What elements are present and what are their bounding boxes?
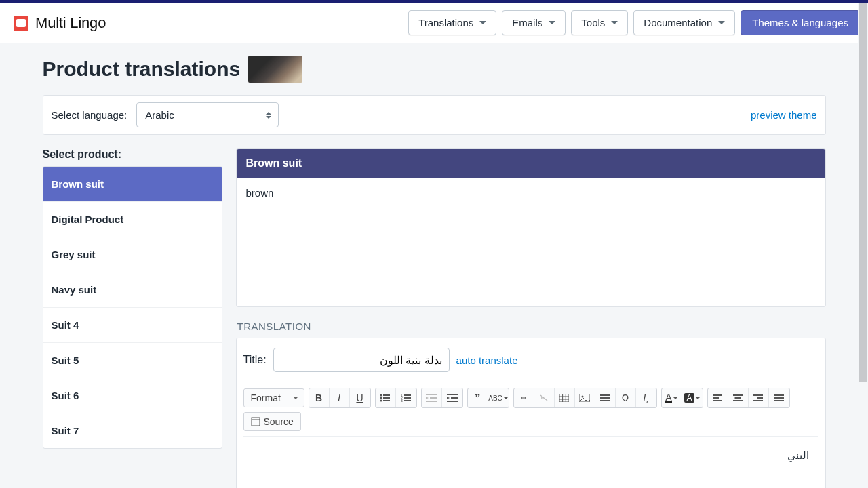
svg-rect-14 (430, 397, 437, 399)
toolbar-group-text-style: B I U (309, 388, 371, 408)
svg-point-2 (380, 397, 382, 399)
source-panel-title: Brown suit (237, 149, 825, 178)
bg-color-button[interactable]: A (682, 388, 703, 407)
svg-rect-43 (252, 418, 260, 426)
svg-rect-21 (559, 394, 569, 402)
horizontal-rule-button[interactable] (595, 388, 616, 407)
omega-icon: Ω (622, 392, 629, 403)
svg-rect-37 (753, 394, 763, 396)
nav-tools[interactable]: Tools (571, 10, 628, 35)
bullet-list-button[interactable] (376, 388, 396, 407)
product-item[interactable]: Suit 4 (43, 308, 222, 343)
product-item[interactable]: Suit 6 (43, 378, 222, 413)
page-title: Product translations (43, 58, 241, 81)
special-char-button[interactable]: Ω (616, 388, 636, 407)
chevron-down-icon (479, 21, 486, 24)
image-icon (579, 394, 590, 402)
nav-emails[interactable]: Emails (502, 10, 566, 35)
source-button-label: Source (264, 416, 294, 427)
toolbar-left: Select language: Arabic (52, 102, 279, 127)
language-select[interactable]: Arabic (136, 102, 279, 127)
underline-button[interactable]: U (350, 388, 370, 407)
page-container: Product translations Select language: Ar… (43, 43, 826, 488)
svg-rect-34 (733, 394, 743, 396)
svg-rect-18 (451, 397, 458, 399)
chevron-down-icon (549, 21, 555, 24)
link-button[interactable] (514, 388, 534, 407)
nav-emails-label: Emails (512, 17, 542, 28)
nav-documentation-label: Documentation (644, 17, 712, 28)
svg-rect-29 (600, 397, 610, 399)
text-color-button[interactable]: A (662, 388, 682, 407)
align-center-button[interactable] (728, 388, 749, 407)
text-color-icon: A (665, 393, 671, 403)
table-button[interactable] (555, 388, 575, 407)
auto-translate-link[interactable]: auto translate (456, 354, 518, 366)
svg-rect-41 (774, 397, 784, 399)
product-item[interactable]: Navy suit (43, 272, 222, 308)
clear-format-button[interactable]: Ix (636, 388, 656, 407)
bullet-list-icon (380, 394, 391, 402)
align-justify-button[interactable] (769, 388, 789, 407)
svg-rect-42 (774, 400, 784, 401)
svg-rect-16 (447, 394, 458, 395)
scrollbar-thumb[interactable] (859, 3, 867, 382)
product-item[interactable]: Digital Product (43, 202, 222, 237)
product-list: Brown suitDigital ProductGrey suitNavy s… (43, 166, 222, 449)
source-panel: Brown suit brown (236, 148, 826, 307)
image-button[interactable] (575, 388, 595, 407)
align-left-icon (713, 394, 722, 402)
outdent-button[interactable] (422, 388, 442, 407)
source-button[interactable]: Source (243, 412, 301, 431)
align-right-button[interactable] (749, 388, 769, 407)
svg-marker-17 (447, 396, 450, 399)
svg-rect-1 (383, 394, 390, 396)
svg-rect-31 (713, 394, 722, 396)
nav-documentation[interactable]: Documentation (633, 10, 735, 35)
spellcheck-button[interactable]: ABC (488, 388, 509, 407)
svg-rect-33 (713, 400, 722, 401)
indent-button[interactable] (442, 388, 462, 407)
select-caret-icon (266, 112, 271, 119)
bold-button[interactable]: B (309, 388, 330, 407)
align-left-button[interactable] (708, 388, 728, 407)
product-item[interactable]: Suit 7 (43, 413, 222, 448)
editor-toolbar: Format B I U 123 (243, 382, 818, 436)
product-item[interactable]: Brown suit (43, 167, 222, 202)
vertical-scrollbar[interactable] (858, 3, 868, 488)
unlink-button[interactable] (534, 388, 555, 407)
translation-title-input[interactable] (273, 348, 450, 372)
svg-rect-5 (383, 400, 390, 401)
page-title-row: Product translations (43, 43, 826, 95)
translation-title-row: Title: auto translate (243, 345, 818, 382)
outdent-icon (426, 394, 437, 402)
italic-button[interactable]: I (330, 388, 350, 407)
product-item[interactable]: Suit 5 (43, 343, 222, 378)
toolbar-group-color: A A (661, 388, 703, 408)
svg-point-0 (380, 394, 382, 396)
preview-theme-link[interactable]: preview theme (751, 109, 817, 121)
blockquote-button[interactable]: ” (468, 388, 488, 407)
hr-icon (599, 394, 610, 402)
svg-rect-3 (383, 397, 390, 399)
svg-rect-12 (426, 394, 437, 395)
indent-icon (447, 394, 458, 402)
format-dropdown[interactable]: Format (243, 388, 304, 407)
nav-translations[interactable]: Translations (408, 10, 496, 35)
format-dropdown-label: Format (251, 392, 281, 403)
app-logo-icon (14, 16, 28, 30)
translation-title-label: Title: (243, 354, 267, 366)
numbered-list-button[interactable]: 123 (396, 388, 416, 407)
unlink-icon (538, 394, 549, 402)
svg-rect-11 (404, 400, 411, 401)
product-thumbnail (248, 56, 302, 83)
themes-languages-button[interactable]: Themes & languages (741, 10, 860, 35)
editor-body[interactable]: البني (243, 436, 818, 488)
product-item[interactable]: Grey suit (43, 237, 222, 272)
align-right-icon (753, 394, 763, 402)
svg-rect-39 (753, 400, 763, 401)
svg-rect-30 (600, 400, 610, 401)
scrollbar-track (858, 3, 868, 488)
language-toolbar: Select language: Arabic preview theme (43, 95, 826, 135)
toolbar-group-quote: ” ABC (467, 388, 509, 408)
